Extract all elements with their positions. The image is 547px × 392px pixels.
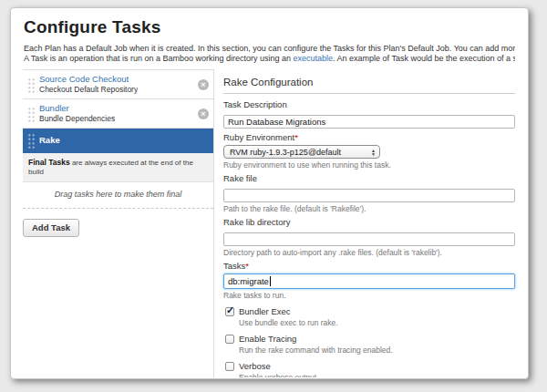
final-tasks-note-bold: Final Tasks [28,158,70,167]
tasks-input-value: db:migrate [228,276,269,286]
text-caret [270,276,271,286]
task-description-label: Task Description [223,99,515,109]
ruby-environment-selected-value: RVM ruby-1.9.3-p125@default [230,148,341,157]
ruby-environment-label: Ruby Environment [223,132,294,142]
task-description-group: Task Description [223,99,515,129]
task-description-input[interactable] [223,115,515,129]
task-sidebar: Source Code Checkout Checkout Default Re… [11,69,213,377]
delete-icon[interactable]: × [198,79,209,90]
rake-lib-directory-help: Directory path to auto-import any .rake … [223,248,515,257]
rake-lib-directory-group: Rake lib directory Directory path to aut… [223,217,515,257]
final-tasks-dropzone[interactable]: Drag tasks here to make them final [23,182,213,209]
tasks-label: Tasks [223,261,245,271]
executable-link[interactable]: executable [294,54,334,63]
verbose-checkbox[interactable] [225,362,234,371]
rake-file-group: Rake file Path to the rake file. (defaul… [223,173,515,213]
ruby-environment-help: Ruby environment to use when running thi… [223,160,515,170]
enable-tracing-checkbox[interactable] [225,335,234,344]
ruby-environment-group: Ruby Environment* RVM ruby-1.9.3-p125@de… [223,132,515,170]
page-title: Configure Tasks [24,17,515,37]
tasks-group: Tasks* db:migrate Rake tasks to run. [223,261,515,300]
description-line1: Each Plan has a Default Job when it is c… [24,44,515,53]
rake-file-input[interactable] [223,189,515,202]
panel-heading: Rake Configuration [223,74,515,94]
drag-handle-icon[interactable] [26,77,35,93]
page-description: Each Plan has a Default Job when it is c… [24,44,515,64]
content-columns: Source Code Checkout Checkout Default Re… [11,69,528,377]
bundler-exec-help: Use bundle exec to run rake. [239,318,515,327]
enable-tracing-help: Run the rake command with tracing enable… [239,346,515,355]
rake-lib-directory-label: Rake lib directory [223,217,515,227]
task-subtitle: Checkout Default Repository [39,85,138,95]
task-item-rake-selected[interactable]: Rake [23,129,213,153]
drag-handle-icon[interactable] [26,132,35,149]
bundler-exec-checkbox[interactable]: ✓ [225,307,234,316]
description-line2-post: . An example of Task would be the execut… [333,54,515,63]
rake-configuration-panel: Rake Configuration Task Description Ruby… [213,69,528,377]
page-header: Configure Tasks Each Plan has a Default … [11,8,528,69]
task-title[interactable]: Bundler [39,103,115,114]
tasks-help: Rake tasks to run. [223,291,515,300]
task-list: Source Code Checkout Checkout Default Re… [23,69,213,153]
ruby-environment-select[interactable]: RVM ruby-1.9.3-p125@default ▲ ▼ [223,145,380,159]
rake-lib-directory-input[interactable] [223,232,515,246]
enable-tracing-checkbox-row[interactable]: Enable Tracing [225,334,515,345]
configure-tasks-window: Configure Tasks Each Plan has a Default … [10,7,529,379]
task-item-source-code-checkout[interactable]: Source Code Checkout Checkout Default Re… [23,70,213,99]
verbose-help: Enable verbose output. [239,373,515,377]
verbose-label[interactable]: Verbose [239,361,271,372]
checkbox-section: ✓ Bundler Exec Use bundle exec to run ra… [223,306,515,377]
bundler-exec-label[interactable]: Bundler Exec [239,306,291,317]
rake-file-help: Path to the rake file. (default is 'Rake… [223,204,515,213]
verbose-checkbox-row[interactable]: Verbose [225,361,515,372]
add-task-button[interactable]: Add Task [23,219,79,237]
required-indicator: * [294,132,298,142]
tasks-input[interactable]: db:migrate [223,273,515,289]
check-icon: ✓ [226,304,234,316]
delete-icon[interactable]: × [198,108,209,119]
task-subtitle: Bundle Dependencies [39,114,115,124]
task-title[interactable]: Rake [39,135,60,146]
rake-file-label: Rake file [223,173,515,183]
task-title[interactable]: Source Code Checkout [39,74,138,85]
required-indicator: * [245,261,249,271]
select-stepper-icon: ▲ ▼ [371,149,376,156]
bundler-exec-checkbox-row[interactable]: ✓ Bundler Exec [225,306,515,317]
task-item-bundler[interactable]: Bundler Bundle Dependencies × [23,99,213,129]
final-tasks-note: Final Tasks are always executed at the e… [23,153,213,182]
enable-tracing-label[interactable]: Enable Tracing [239,334,296,345]
description-line2-pre: A Task is an operation that is run on a … [24,54,294,63]
drag-handle-icon[interactable] [26,106,35,122]
